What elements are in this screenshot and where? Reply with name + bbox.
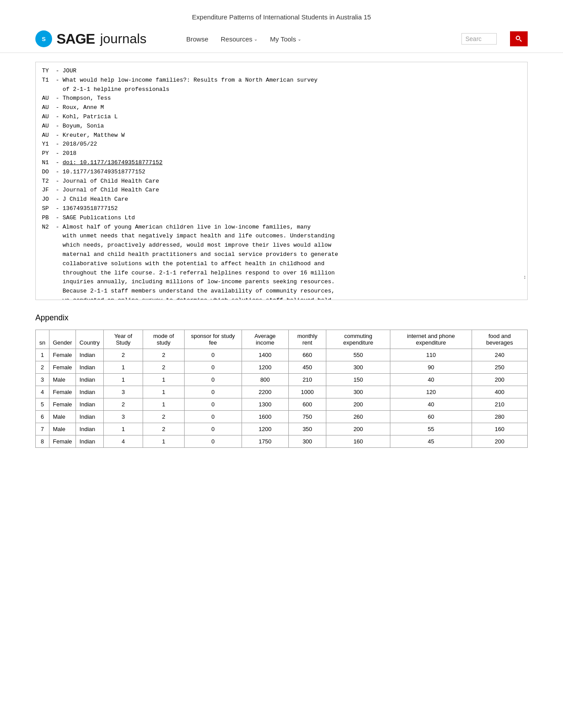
- table-cell: 7: [36, 423, 49, 435]
- table-header: sponsor for study fee: [184, 330, 242, 349]
- table-cell: 60: [390, 411, 472, 423]
- table-header: Gender: [49, 330, 76, 349]
- citation-line: AU - Roux, Anne M: [42, 103, 521, 113]
- table-cell: 0: [184, 398, 242, 411]
- table-cell: 1: [103, 423, 143, 435]
- table-cell: 5: [36, 398, 49, 411]
- sage-brand-text: SAGE: [57, 31, 95, 47]
- table-cell: 2: [36, 361, 49, 374]
- table-row: 3MaleIndian11080021015040200: [36, 374, 528, 386]
- svg-point-0: [516, 36, 520, 40]
- table-cell: 1600: [242, 411, 288, 423]
- table-cell: 660: [288, 349, 326, 361]
- nav-browse[interactable]: Browse: [186, 35, 208, 43]
- table-cell: Indian: [76, 386, 104, 398]
- table-cell: 0: [184, 386, 242, 398]
- table-cell: 1: [143, 386, 184, 398]
- citation-line: SP - 1367493518777152: [42, 204, 521, 214]
- citation-line: maternal and child health practitioners …: [42, 250, 521, 259]
- table-row: 7MaleIndian120120035020055160: [36, 423, 528, 435]
- table-cell: 300: [326, 386, 390, 398]
- table-cell: 1000: [288, 386, 326, 398]
- table-cell: 55: [390, 423, 472, 435]
- citation-line: T2 - Journal of Child Health Care: [42, 177, 521, 186]
- citation-line: JF - Journal of Child Health Care: [42, 186, 521, 195]
- table-cell: 4: [103, 435, 143, 448]
- nav-mytools-label: My Tools: [270, 35, 296, 43]
- table-cell: 1300: [242, 398, 288, 411]
- doi-link[interactable]: doi: 10.1177/1367493518777152: [63, 159, 162, 166]
- table-cell: 160: [472, 423, 527, 435]
- navbar-nav: Browse Resources ⌄ My Tools ⌄: [186, 35, 448, 43]
- table-cell: Indian: [76, 349, 104, 361]
- table-cell: Indian: [76, 423, 104, 435]
- search-placeholder: Searc: [465, 35, 482, 42]
- citation-line: AU - Kohl, Patricia L: [42, 113, 521, 122]
- table-cell: 400: [472, 386, 527, 398]
- table-cell: 200: [472, 435, 527, 448]
- table-cell: 0: [184, 361, 242, 374]
- table-cell: Male: [49, 411, 76, 423]
- scroll-indicator: ↕: [523, 274, 526, 282]
- table-header: Country: [76, 330, 104, 349]
- citation-line: with unmet needs that negatively impact …: [42, 232, 521, 241]
- table-cell: 120: [390, 386, 472, 398]
- table-cell: 450: [288, 361, 326, 374]
- table-cell: 1750: [242, 435, 288, 448]
- table-cell: 1: [36, 349, 49, 361]
- table-cell: 300: [288, 435, 326, 448]
- table-cell: 1200: [242, 423, 288, 435]
- table-cell: 8: [36, 435, 49, 448]
- table-cell: Male: [49, 423, 76, 435]
- table-cell: 1400: [242, 349, 288, 361]
- appendix-title: Appendix: [35, 313, 528, 323]
- citation-line: inquiries annually, including millions o…: [42, 278, 521, 287]
- search-button[interactable]: [510, 31, 528, 46]
- table-cell: Indian: [76, 374, 104, 386]
- table-cell: 3: [36, 374, 49, 386]
- table-cell: 6: [36, 411, 49, 423]
- search-icon: [515, 35, 522, 42]
- table-row: 8FemaleIndian410175030016045200: [36, 435, 528, 448]
- table-cell: 0: [184, 423, 242, 435]
- table-cell: 40: [390, 398, 472, 411]
- citation-line: AU - Boyum, Sonia: [42, 122, 521, 131]
- search-input[interactable]: Searc: [461, 33, 497, 45]
- table-cell: Female: [49, 349, 76, 361]
- sage-logo[interactable]: S SAGE journals: [35, 30, 147, 47]
- table-cell: 0: [184, 349, 242, 361]
- table-cell: 2200: [242, 386, 288, 398]
- nav-resources-label: Resources: [221, 35, 253, 43]
- nav-browse-label: Browse: [186, 35, 208, 43]
- table-cell: Female: [49, 435, 76, 448]
- citation-line: N2 - Almost half of young American child…: [42, 223, 521, 232]
- table-cell: 2: [143, 423, 184, 435]
- table-cell: 200: [326, 398, 390, 411]
- citation-line: AU - Thompson, Tess: [42, 94, 521, 103]
- table-row: 6MaleIndian320160075026060280: [36, 411, 528, 423]
- citation-line: throughout the life course. 2-1-1 referr…: [42, 269, 521, 278]
- table-cell: 1: [143, 435, 184, 448]
- table-cell: 4: [36, 386, 49, 398]
- citation-line: JO - J Child Health Care: [42, 195, 521, 204]
- citation-line: T1 - What would help low-income families…: [42, 76, 521, 85]
- table-header: mode of study: [143, 330, 184, 349]
- table-cell: 2: [143, 349, 184, 361]
- citation-line: PY - 2018: [42, 149, 521, 158]
- navbar: S SAGE journals Browse Resources ⌄ My To…: [0, 25, 563, 53]
- table-cell: 90: [390, 361, 472, 374]
- table-cell: 210: [472, 398, 527, 411]
- citation-box[interactable]: TY - JOURT1 - What would help low-income…: [35, 62, 528, 300]
- sage-icon: S: [35, 30, 52, 47]
- table-cell: 2: [143, 361, 184, 374]
- table-header: food and beverages: [472, 330, 527, 349]
- chevron-down-icon: ⌄: [298, 37, 301, 41]
- citation-line: collaborative solutions with the potenti…: [42, 259, 521, 269]
- data-table: snGenderCountryYear of Studymode of stud…: [35, 330, 528, 448]
- citation-line: TY - JOUR: [42, 67, 521, 76]
- table-cell: 210: [288, 374, 326, 386]
- nav-mytools[interactable]: My Tools ⌄: [270, 35, 301, 43]
- table-cell: 260: [326, 411, 390, 423]
- nav-resources[interactable]: Resources ⌄: [221, 35, 258, 43]
- table-cell: Female: [49, 361, 76, 374]
